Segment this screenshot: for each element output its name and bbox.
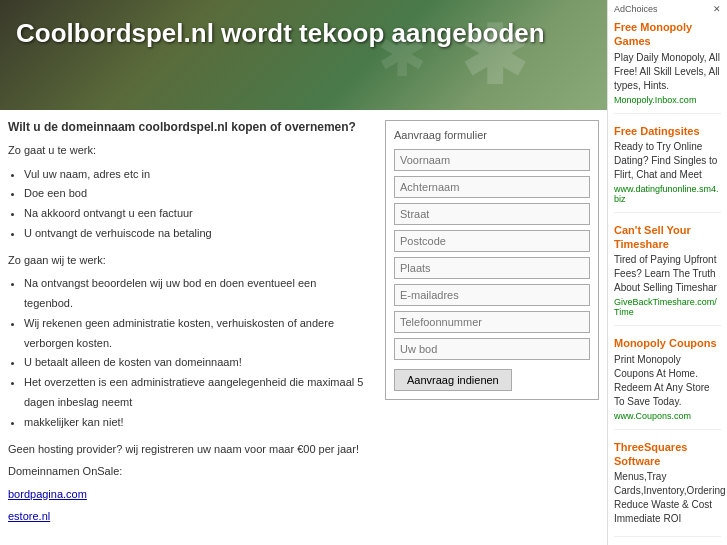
ad-title-4[interactable]: Monopoly Coupons xyxy=(614,337,717,349)
ad-body-4: Print Monopoly Coupons At Home. Redeem A… xyxy=(614,353,721,409)
hero-banner: Coolbordspel.nl wordt tekoop aangeboden xyxy=(0,0,607,110)
postcode-input[interactable] xyxy=(394,230,590,252)
ad-body-2: Ready to Try Online Dating? Find Singles… xyxy=(614,140,721,182)
page-wrapper: Coolbordspel.nl wordt tekoop aangeboden … xyxy=(0,0,727,545)
list-item: makkelijker kan niet! xyxy=(24,413,367,433)
ad-title-2[interactable]: Free Datingsites xyxy=(614,125,700,137)
list-item: Na akkoord ontvangt u een factuur xyxy=(24,204,367,224)
ad-title-3[interactable]: Can't Sell Your Timeshare xyxy=(614,224,691,250)
email-input[interactable] xyxy=(394,284,590,306)
list-item: Na ontvangst beoordelen wij uw bod en do… xyxy=(24,274,367,314)
plaats-input[interactable] xyxy=(394,257,590,279)
ad-block-5: ThreeSquares Software Menus,Tray Cards,I… xyxy=(614,440,721,538)
domain-link-1[interactable]: bordpagina.com xyxy=(8,488,87,500)
steps-list: Vul uw naam, adres etc in Doe een bod Na… xyxy=(24,165,367,244)
list-item: Wij rekenen geen administratie kosten, v… xyxy=(24,314,367,354)
ad-link-3[interactable]: GiveBackTimeshare.com/Time xyxy=(614,297,721,317)
sidebar: AdChoices ✕ Free MonopolyGames Play Dail… xyxy=(607,0,727,545)
ad-block-4: Monopoly Coupons Print Monopoly Coupons … xyxy=(614,336,721,429)
list-item: Vul uw naam, adres etc in xyxy=(24,165,367,185)
ad-block-3: Can't Sell Your Timeshare Tired of Payin… xyxy=(614,223,721,327)
question-heading: Wilt u de domeinnaam coolbordspel.nl kop… xyxy=(8,120,367,134)
ad-body-5: Menus,Tray Cards,Inventory,Ordering Redu… xyxy=(614,470,721,526)
list-item: U betaalt alleen de kosten van domeinnaa… xyxy=(24,353,367,373)
body-content: Wilt u de domeinnaam coolbordspel.nl kop… xyxy=(0,110,607,541)
achternaam-input[interactable] xyxy=(394,176,590,198)
form-container: Aanvraag formulier Aanvraag indienen xyxy=(385,120,599,400)
ad-title-1[interactable]: Free MonopolyGames xyxy=(614,21,692,47)
voornaam-input[interactable] xyxy=(394,149,590,171)
ad-link-4[interactable]: www.Coupons.com xyxy=(614,411,721,421)
ad-body-3: Tired of Paying Upfront Fees? Learn The … xyxy=(614,253,721,295)
submit-button[interactable]: Aanvraag indienen xyxy=(394,369,512,391)
ad-choices-bar: AdChoices ✕ xyxy=(614,4,721,14)
hosting-text: Geen hosting provider? wij registreren u… xyxy=(8,441,367,458)
ad-link-1[interactable]: Monopoly.Inbox.com xyxy=(614,95,721,105)
ad-title-5[interactable]: ThreeSquares Software xyxy=(614,441,687,467)
left-text-section: Wilt u de domeinnaam coolbordspel.nl kop… xyxy=(0,120,377,531)
list-item: U ontvangt de verhuiscode na betaling xyxy=(24,224,367,244)
ad-choices-icon[interactable]: ✕ xyxy=(713,4,721,14)
straat-input[interactable] xyxy=(394,203,590,225)
request-form-section: Aanvraag formulier Aanvraag indienen xyxy=(377,120,607,531)
ad-block-2: Free Datingsites Ready to Try Online Dat… xyxy=(614,124,721,213)
ad-link-2[interactable]: www.datingfunonline.sm4.biz xyxy=(614,184,721,204)
how-it-works-label: Zo gaat u te werk: xyxy=(8,142,367,159)
domains-title: Domeinnamen OnSale: xyxy=(8,463,367,480)
hero-title: Coolbordspel.nl wordt tekoop aangeboden xyxy=(16,18,591,49)
bod-input[interactable] xyxy=(394,338,590,360)
list-item: Doe een bod xyxy=(24,184,367,204)
content-area: Coolbordspel.nl wordt tekoop aangeboden … xyxy=(0,0,607,545)
ad-choices-label: AdChoices xyxy=(614,4,658,14)
ad-body-1: Play Daily Monopoly, All Free! All Skill… xyxy=(614,51,721,93)
list-item: Het overzetten is een administratieve aa… xyxy=(24,373,367,413)
how-we-work-label: Zo gaan wij te werk: xyxy=(8,252,367,269)
our-steps-list: Na ontvangst beoordelen wij uw bod en do… xyxy=(24,274,367,432)
domain-link-2[interactable]: estore.nl xyxy=(8,510,50,522)
ad-block-1: Free MonopolyGames Play Daily Monopoly, … xyxy=(614,20,721,114)
form-legend: Aanvraag formulier xyxy=(394,129,590,141)
telefoon-input[interactable] xyxy=(394,311,590,333)
